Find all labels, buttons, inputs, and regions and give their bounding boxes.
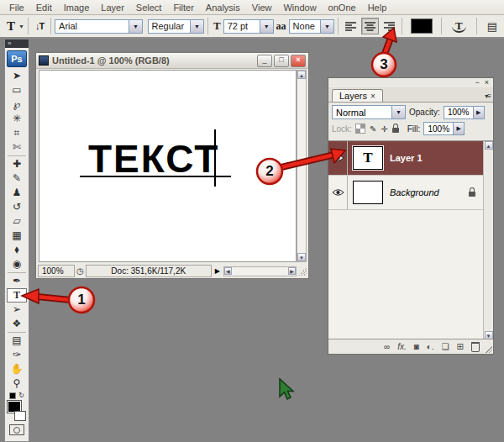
font-style-select[interactable]: Regular ▼ (148, 19, 204, 34)
menu-view[interactable]: View (246, 3, 278, 13)
scroll-down-icon[interactable]: ▼ (297, 253, 306, 261)
blur-tool[interactable]: ⬧ (7, 243, 27, 257)
crop-tool[interactable]: ⌗ (7, 126, 27, 140)
scroll-right-icon[interactable]: ▶ (288, 267, 296, 275)
path-selection-tool[interactable]: ➢ (7, 303, 27, 317)
document-title-bar[interactable]: Untitled-1 @ 100% (RGB/8) _ □ × (36, 53, 308, 69)
fill-field[interactable]: 100% ▶ (423, 122, 465, 135)
menu-image[interactable]: Image (58, 3, 96, 13)
menu-layer[interactable]: Layer (95, 3, 130, 13)
brush-tool[interactable]: ✎ (7, 171, 27, 186)
fill-slider-icon[interactable]: ▶ (453, 123, 464, 134)
panel-flyout-menu-icon[interactable]: ▾≡ (485, 92, 491, 100)
align-left-button[interactable] (342, 18, 360, 34)
tool-preset-picker[interactable]: T ▼ (7, 19, 24, 34)
background-thumbnail[interactable] (353, 181, 383, 204)
maximize-button[interactable]: □ (274, 55, 289, 67)
menu-analysis[interactable]: Analysis (200, 3, 246, 13)
window-resize-grip[interactable] (298, 267, 307, 276)
font-family-select[interactable]: Arial ▼ (55, 19, 143, 34)
gradient-tool[interactable]: ▦ (7, 229, 27, 243)
custom-shape-tool[interactable]: ❖ (7, 317, 27, 331)
font-size-select[interactable]: 72 pt ▼ (223, 19, 274, 34)
zoom-tool[interactable]: ⚲ (7, 376, 27, 391)
healing-brush-tool[interactable]: ✚ (7, 157, 27, 171)
notes-tool[interactable]: ▤ (7, 334, 27, 348)
dodge-tool[interactable]: ◉ (7, 257, 27, 271)
menu-help[interactable]: Help (362, 3, 393, 13)
lasso-tool[interactable]: ℘ (7, 97, 27, 112)
visibility-toggle[interactable] (328, 176, 348, 209)
zoom-level-field[interactable]: 100% (38, 265, 75, 277)
hand-tool[interactable]: ✋ (7, 362, 27, 376)
text-orientation-button[interactable]: ↓T (32, 19, 47, 33)
menu-onone[interactable]: onOne (323, 3, 362, 13)
lock-all-icon[interactable] (392, 128, 399, 133)
eyedropper-tool[interactable]: ✑ (7, 348, 27, 362)
menu-edit[interactable]: Edit (30, 3, 58, 13)
panel-resize-grip[interactable] (485, 345, 492, 353)
menu-select[interactable]: Select (130, 3, 168, 13)
chevron-down-icon[interactable]: ▼ (260, 20, 273, 33)
layer-row-background[interactable]: Background (328, 176, 484, 210)
layer-mask-icon[interactable]: ◙ (414, 342, 419, 351)
quick-selection-tool[interactable]: ✳ (7, 112, 27, 126)
scroll-left-icon[interactable]: ◀ (224, 267, 232, 275)
anti-alias-select[interactable]: None ▼ (289, 19, 334, 34)
toggle-palettes-button[interactable]: ▤ (487, 20, 497, 33)
type-tool[interactable]: T (7, 288, 27, 303)
panel-scrollbar[interactable]: ▲ ▼ (483, 141, 493, 339)
new-layer-icon[interactable]: ⊞ (457, 342, 464, 351)
ps-logo[interactable]: Ps (7, 50, 27, 67)
rectangular-marquee-tool[interactable]: ▭ (7, 83, 27, 97)
horizontal-scrollbar[interactable]: ◀ ▶ (223, 266, 297, 276)
history-brush-tool[interactable]: ↺ (7, 200, 27, 214)
background-color-swatch[interactable] (14, 411, 26, 421)
lock-transparency-icon[interactable] (355, 124, 365, 134)
warp-text-button[interactable]: T (452, 20, 466, 33)
slice-tool[interactable]: ✄ (7, 140, 27, 155)
toolbox-collapse-bar[interactable]: » (5, 39, 29, 48)
layer-row-layer-1[interactable]: T Layer 1 (328, 141, 484, 176)
layers-tab[interactable]: Layers× (332, 89, 383, 102)
new-group-icon[interactable]: ❏ (442, 342, 449, 351)
status-menu-button[interactable]: ▶ (213, 267, 222, 275)
canvas[interactable]: ТЕКСТ (39, 70, 297, 262)
chevron-down-icon[interactable]: ▼ (129, 20, 142, 33)
menu-filter[interactable]: Filter (167, 3, 199, 13)
lock-paint-icon[interactable]: ✎ (370, 124, 376, 134)
menu-file[interactable]: File (3, 3, 30, 13)
panel-close-button[interactable]: × (485, 79, 489, 87)
panel-minimize-button[interactable]: − (475, 79, 479, 87)
swap-colors-icon[interactable]: ↻ (18, 392, 24, 399)
align-center-button[interactable] (361, 18, 379, 34)
minimize-button[interactable]: _ (257, 55, 272, 67)
clone-stamp-tool[interactable]: ♟ (7, 186, 27, 200)
link-layers-icon[interactable]: ∞ (384, 342, 390, 351)
layer-style-icon[interactable]: fx. (397, 342, 407, 351)
tab-close-icon[interactable]: × (370, 92, 375, 101)
quick-mask-button[interactable] (9, 424, 24, 435)
blend-mode-select[interactable]: Normal ▼ (332, 105, 406, 119)
vertical-scrollbar[interactable]: ▲ ▼ (297, 70, 307, 262)
visibility-toggle[interactable] (328, 141, 348, 175)
scroll-up-icon[interactable]: ▲ (297, 71, 306, 79)
eraser-tool[interactable]: ▱ (7, 214, 27, 229)
chevron-down-icon[interactable]: ▼ (190, 20, 203, 33)
pen-tool[interactable]: ✒ (7, 274, 27, 288)
adjustment-layer-icon[interactable]: ◐. (427, 342, 434, 351)
layer-1-thumbnail[interactable]: T (353, 146, 383, 170)
scroll-up-icon[interactable]: ▲ (485, 141, 493, 150)
chevron-down-icon[interactable]: ▼ (320, 20, 333, 33)
move-tool[interactable]: ➤ (7, 69, 27, 83)
lock-position-icon[interactable]: ✛ (381, 124, 387, 134)
chevron-down-icon[interactable]: ▼ (391, 106, 405, 118)
menu-window[interactable]: Window (277, 3, 322, 13)
align-right-button[interactable] (381, 18, 398, 34)
default-colors-icon[interactable] (9, 392, 16, 399)
delete-layer-icon[interactable] (471, 342, 480, 352)
text-color-swatch[interactable] (411, 18, 433, 34)
close-button[interactable]: × (291, 55, 306, 67)
opacity-field[interactable]: 100% ▶ (444, 106, 485, 119)
opacity-slider-icon[interactable]: ▶ (473, 107, 484, 118)
